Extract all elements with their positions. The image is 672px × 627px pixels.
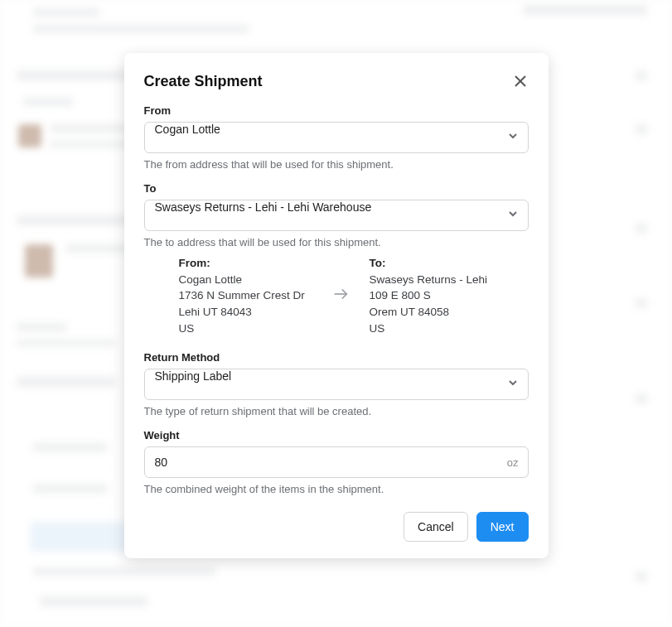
from-label: From <box>144 104 529 117</box>
from-address-street: 1736 N Summer Crest Dr <box>179 287 312 304</box>
to-select-value: Swaseys Returns - Lehi - Lehi Warehouse <box>155 200 372 214</box>
from-address-title: From: <box>179 255 312 272</box>
to-address-title: To: <box>370 255 494 272</box>
to-select[interactable]: Swaseys Returns - Lehi - Lehi Warehouse <box>144 200 529 231</box>
return-method-field-group: Return Method Shipping Label The type of… <box>144 351 529 417</box>
to-label: To <box>144 182 529 195</box>
from-address-city: Lehi UT 84043 <box>179 304 312 321</box>
next-button[interactable]: Next <box>476 512 529 542</box>
to-address-country: US <box>370 321 494 337</box>
modal-title: Create Shipment <box>144 73 263 90</box>
from-help-text: The from address that will be used for t… <box>144 158 529 171</box>
from-address-country: US <box>179 321 312 337</box>
modal-header: Create Shipment <box>144 73 529 91</box>
modal-footer: Cancel Next <box>144 512 529 542</box>
weight-input[interactable] <box>144 446 529 478</box>
return-method-label: Return Method <box>144 351 529 364</box>
from-field-group: From Cogan Lottle The from address that … <box>144 104 529 171</box>
return-method-select[interactable]: Shipping Label <box>144 369 529 400</box>
return-method-help-text: The type of return shipment that will be… <box>144 405 529 417</box>
to-address-city: Orem UT 84058 <box>370 304 494 321</box>
weight-label: Weight <box>144 429 529 441</box>
return-method-select-value: Shipping Label <box>155 369 232 383</box>
address-compare: From: Cogan Lottle 1736 N Summer Crest D… <box>144 248 529 340</box>
to-address-name: Swaseys Returns - Lehi <box>370 272 494 288</box>
weight-field-group: Weight oz The combined weight of the ite… <box>144 429 529 495</box>
arrow-right-icon <box>331 285 350 306</box>
from-address-block: From: Cogan Lottle 1736 N Summer Crest D… <box>179 255 312 336</box>
weight-help-text: The combined weight of the items in the … <box>144 483 529 495</box>
to-field-group: To Swaseys Returns - Lehi - Lehi Warehou… <box>144 182 529 340</box>
to-help-text: The to address that will be used for thi… <box>144 236 529 248</box>
to-address-block: To: Swaseys Returns - Lehi 109 E 800 S O… <box>370 255 494 336</box>
close-button[interactable] <box>512 73 529 91</box>
from-select[interactable]: Cogan Lottle <box>144 122 529 153</box>
close-icon <box>514 78 527 90</box>
cancel-button[interactable]: Cancel <box>404 512 468 542</box>
to-address-street: 109 E 800 S <box>370 287 494 304</box>
from-address-name: Cogan Lottle <box>179 272 312 288</box>
create-shipment-modal: Create Shipment From Cogan Lottle The fr… <box>124 53 549 558</box>
from-select-value: Cogan Lottle <box>155 123 220 136</box>
